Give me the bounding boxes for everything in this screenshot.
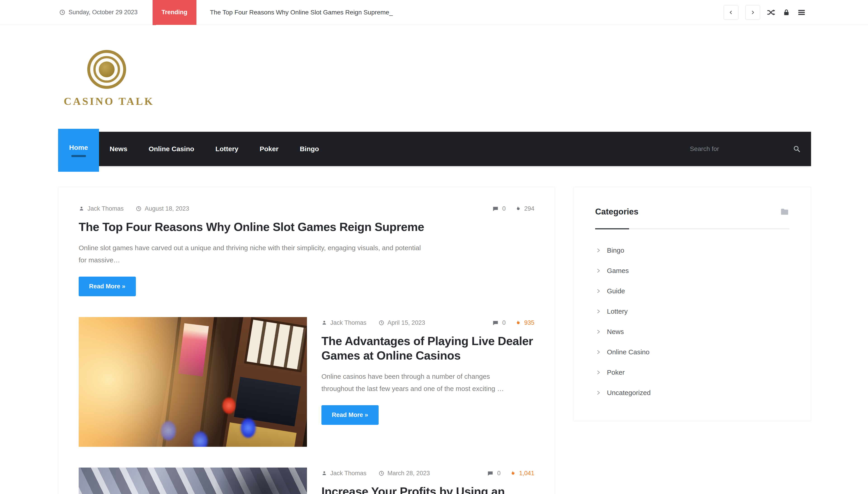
author-icon: [321, 320, 327, 326]
comments-icon: [487, 470, 493, 477]
post-1-meta: Jack Thomas August 18, 2023 0 294: [79, 205, 534, 212]
author-icon: [79, 206, 84, 211]
chevron-right-icon: [597, 268, 601, 273]
ticker-headline[interactable]: The Top Four Reasons Why Online Slot Gam…: [210, 9, 715, 16]
nav-item-online-casino[interactable]: Online Casino: [138, 132, 205, 166]
chevron-left-icon: [728, 10, 734, 15]
random-post-icon[interactable]: [767, 8, 776, 17]
date-text: Sunday, October 29 2023: [69, 9, 138, 16]
category-item-guide[interactable]: Guide: [595, 281, 789, 301]
post-2-thumbnail-slot-machines[interactable]: [79, 317, 307, 447]
post-2-meta: Jack Thomas April 15, 2023 0 935: [321, 319, 534, 326]
nav-item-news[interactable]: News: [99, 132, 138, 166]
post-date: March 28, 2023: [388, 470, 430, 477]
views-count: 294: [524, 205, 534, 212]
chevron-right-icon: [597, 390, 601, 395]
comments-count: 0: [502, 205, 506, 212]
post-date: April 15, 2023: [388, 319, 425, 326]
category-item-online-casino[interactable]: Online Casino: [595, 342, 789, 362]
post-title[interactable]: Increase Your Profits by Using an: [321, 484, 534, 494]
posts-list: Jack Thomas August 18, 2023 0 294 The To…: [58, 187, 555, 494]
post-title[interactable]: The Top Four Reasons Why Online Slot Gam…: [79, 220, 534, 234]
post-author[interactable]: Jack Thomas: [330, 470, 366, 477]
warm-glow-overlay: [79, 317, 307, 447]
category-item-lottery[interactable]: Lottery: [595, 301, 789, 322]
category-item-news[interactable]: News: [595, 322, 789, 342]
category-item-uncategorized[interactable]: Uncategorized: [595, 383, 789, 403]
post-2: Jack Thomas April 15, 2023 0 935: [79, 317, 534, 447]
ticker-prev-button[interactable]: [723, 5, 738, 20]
chevron-right-icon: [597, 370, 601, 375]
ticker-next-button[interactable]: [745, 5, 760, 20]
folder-icon: [780, 207, 789, 216]
categories-widget: Categories Bingo Games Guide Lottery New…: [573, 187, 811, 421]
post-excerpt: Online slot games have carved out a uniq…: [79, 242, 422, 266]
post-title[interactable]: The Advantages of Playing Live Dealer Ga…: [321, 334, 534, 363]
post-3-thumbnail-money[interactable]: [79, 468, 307, 494]
clock-icon: [59, 9, 65, 15]
categories-title: Categories: [595, 207, 638, 216]
category-item-bingo[interactable]: Bingo: [595, 240, 789, 261]
nav-home-label: Home: [69, 144, 88, 151]
top-bar: Sunday, October 29 2023 Trending The Top…: [0, 0, 868, 25]
search-input[interactable]: [690, 145, 787, 153]
post-author[interactable]: Jack Thomas: [330, 319, 366, 326]
menu-hamburger-icon[interactable]: [797, 8, 806, 17]
categories-list: Bingo Games Guide Lottery News Online Ca…: [595, 240, 789, 403]
views-count: 1,041: [519, 470, 534, 477]
views-count: 935: [524, 319, 534, 326]
casino-chip-logo-icon: [87, 50, 126, 89]
site-header: CASINO TALK: [0, 25, 868, 129]
chevron-right-icon: [597, 248, 601, 253]
chevron-right-icon: [597, 349, 601, 355]
nav-item-poker[interactable]: Poker: [249, 132, 289, 166]
shadow-graphic: [213, 468, 307, 494]
read-more-button[interactable]: Read More »: [79, 277, 136, 296]
search-box: [690, 132, 811, 166]
views-fire-icon: [509, 470, 515, 477]
post-3-meta: Jack Thomas March 28, 2023 0 1,041: [321, 470, 534, 477]
trending-badge: Trending: [153, 0, 196, 25]
trending-label: Trending: [162, 9, 187, 16]
post-1: Jack Thomas August 18, 2023 0 294 The To…: [79, 205, 534, 296]
comments-count: 0: [497, 470, 501, 477]
chevron-right-icon: [597, 329, 601, 334]
site-logo[interactable]: CASINO TALK: [64, 50, 150, 107]
chevron-right-icon: [750, 10, 755, 15]
current-date: Sunday, October 29 2023: [59, 9, 138, 16]
comments-icon: [492, 206, 499, 212]
topbar-controls: [723, 5, 806, 20]
widget-divider: [595, 228, 789, 229]
chevron-right-icon: [597, 289, 601, 293]
category-item-games[interactable]: Games: [595, 261, 789, 281]
nav-item-home[interactable]: Home: [58, 129, 99, 172]
comments-count: 0: [502, 319, 506, 326]
views-fire-icon: [515, 320, 521, 326]
clock-icon: [379, 471, 384, 476]
site-title: CASINO TALK: [64, 95, 150, 107]
author-icon: [321, 471, 327, 476]
nav-item-lottery[interactable]: Lottery: [205, 132, 249, 166]
post-author[interactable]: Jack Thomas: [88, 205, 124, 212]
read-more-button[interactable]: Read More »: [321, 405, 379, 425]
main-navigation: Home News Online Casino Lottery Poker Bi…: [58, 132, 811, 166]
post-excerpt: Online casinos have been through a numbe…: [321, 370, 509, 395]
nav-item-bingo[interactable]: Bingo: [289, 132, 329, 166]
login-lock-icon[interactable]: [782, 8, 791, 17]
search-icon[interactable]: [793, 145, 800, 153]
chevron-right-icon: [597, 309, 601, 314]
post-date: August 18, 2023: [145, 205, 189, 212]
views-fire-icon: [515, 205, 521, 212]
comments-icon: [492, 320, 499, 326]
post-3: Jack Thomas March 28, 2023 0 1,041: [79, 468, 534, 494]
clock-icon: [379, 320, 384, 326]
clock-icon: [136, 206, 141, 211]
active-tab-indicator: [72, 155, 86, 157]
category-item-poker[interactable]: Poker: [595, 362, 789, 383]
